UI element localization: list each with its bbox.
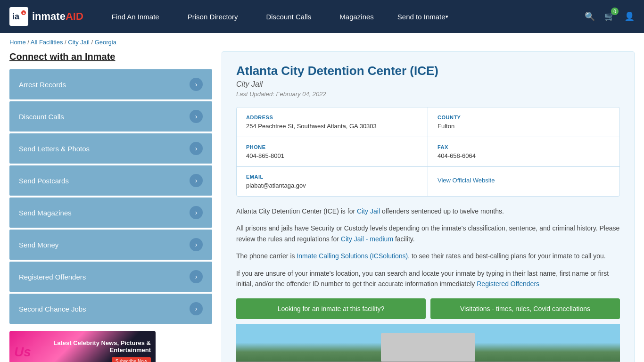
facility-updated: Last Updated: February 04, 2022 — [236, 90, 620, 98]
sidebar-item-label: Arrest Records — [19, 81, 66, 89]
breadcrumb-city-jail[interactable]: City Jail — [68, 39, 90, 46]
svg-text:✦: ✦ — [22, 11, 25, 16]
content-area: Atlanta City Detention Center (ICE) City… — [222, 51, 635, 362]
sidebar-item-label: Send Letters & Photos — [19, 145, 90, 153]
header-icons: 🔍 🛒 0 👤 — [585, 11, 635, 22]
sidebar-item-label: Discount Calls — [19, 113, 64, 121]
fax-cell: FAX 404-658-6064 — [428, 137, 619, 167]
facility-type: City Jail — [236, 80, 620, 89]
email-value: plabat@atlantaga.gov — [246, 182, 418, 189]
nav-send-to-inmate[interactable]: Send to Inmate — [388, 0, 458, 33]
nav-prison-directory[interactable]: Prison Directory — [173, 0, 252, 33]
address-label: ADDRESS — [246, 115, 418, 120]
sidebar-item-send-letters[interactable]: Send Letters & Photos › — [9, 133, 212, 164]
sidebar-arrow-icon: › — [190, 142, 203, 155]
sidebar-item-send-postcards[interactable]: Send Postcards › — [9, 165, 212, 196]
desc-paragraph-4: If you are unsure of your inmate's locat… — [236, 268, 620, 289]
logo-text: inmateAID — [32, 10, 83, 23]
sidebar-item-send-magazines[interactable]: Send Magazines › — [9, 197, 212, 228]
sidebar-item-discount-calls[interactable]: Discount Calls › — [9, 101, 212, 132]
icsolutions-link[interactable]: Inmate Calling Solutions (ICSolutions) — [297, 252, 408, 260]
registered-offenders-link[interactable]: Registered Offenders — [477, 280, 539, 288]
phone-label: PHONE — [246, 144, 418, 150]
phone-value: 404-865-8001 — [246, 152, 418, 159]
svg-text:ia: ia — [12, 12, 20, 21]
facility-card: Atlanta City Detention Center (ICE) City… — [222, 51, 635, 362]
sidebar-arrow-icon: › — [190, 78, 203, 91]
main-nav: Find An Inmate Prison Directory Discount… — [98, 0, 585, 33]
county-cell: COUNTY Fulton — [428, 107, 619, 137]
fax-value: 404-658-6064 — [438, 152, 610, 159]
county-value: Fulton — [438, 123, 610, 130]
desc-paragraph-3: The phone carrier is Inmate Calling Solu… — [236, 251, 620, 261]
desc-paragraph-1: Atlanta City Detention Center (ICE) is f… — [236, 206, 620, 216]
sidebar-arrow-icon: › — [190, 270, 203, 283]
sidebar-menu: Arrest Records › Discount Calls › Send L… — [9, 69, 212, 324]
ad-text: Latest Celebrity News, Pictures & Entert… — [14, 339, 151, 362]
breadcrumb-home[interactable]: Home — [9, 39, 26, 46]
sidebar-item-label: Registered Offenders — [19, 273, 86, 281]
facility-description: Atlanta City Detention Center (ICE) is f… — [236, 206, 620, 289]
address-value: 254 Peachtree St, Southwest Atlanta, GA … — [246, 123, 418, 130]
nav-discount-calls[interactable]: Discount Calls — [252, 0, 325, 33]
sidebar-item-arrest-records[interactable]: Arrest Records › — [9, 69, 212, 99]
ad-banner[interactable]: Us Latest Celebrity News, Pictures & Ent… — [9, 331, 156, 362]
email-cell: EMAIL plabat@atlantaga.gov — [237, 167, 428, 196]
sidebar-item-label: Second Chance Jobs — [19, 305, 86, 313]
header: ia ✦ inmateAID Find An Inmate Prison Dir… — [0, 0, 644, 33]
city-jail-medium-link[interactable]: City Jail - medium — [341, 235, 393, 243]
sidebar-item-registered-offenders[interactable]: Registered Offenders › — [9, 262, 212, 292]
search-icon[interactable]: 🔍 — [585, 11, 595, 22]
sidebar-item-send-money[interactable]: Send Money › — [9, 230, 212, 260]
nav-magazines[interactable]: Magazines — [325, 0, 388, 33]
breadcrumb: Home / All Facilities / City Jail / Geor… — [0, 33, 644, 51]
sidebar-arrow-icon: › — [190, 238, 203, 251]
phone-cell: PHONE 404-865-8001 — [237, 137, 428, 167]
fax-label: FAX — [438, 144, 610, 150]
sidebar-item-label: Send Postcards — [19, 177, 69, 185]
breadcrumb-all-facilities[interactable]: All Facilities — [31, 39, 63, 46]
sidebar-arrow-icon: › — [190, 110, 203, 123]
info-grid: ADDRESS 254 Peachtree St, Southwest Atla… — [236, 107, 620, 197]
cart-badge: 0 — [611, 8, 619, 15]
sidebar-arrow-icon: › — [190, 206, 203, 219]
find-inmate-button[interactable]: Looking for an inmate at this facility? — [236, 298, 426, 319]
cart-icon[interactable]: 🛒 0 — [604, 11, 615, 22]
user-icon[interactable]: 👤 — [624, 11, 635, 22]
nav-find-inmate[interactable]: Find An Inmate — [98, 0, 173, 33]
facility-name: Atlanta City Detention Center (ICE) — [236, 64, 620, 78]
city-jail-link-1[interactable]: City Jail — [357, 207, 380, 215]
sidebar: Connect with an Inmate Arrest Records › … — [9, 51, 212, 362]
county-label: COUNTY — [438, 115, 610, 120]
facility-image — [236, 324, 620, 362]
website-link[interactable]: View Official Website — [438, 177, 495, 184]
sidebar-item-second-chance-jobs[interactable]: Second Chance Jobs › — [9, 294, 212, 324]
email-label: EMAIL — [246, 174, 418, 180]
main-layout: Connect with an Inmate Arrest Records › … — [0, 51, 644, 362]
visitations-button[interactable]: Visitations - times, rules, Covid cancel… — [430, 298, 620, 319]
action-buttons: Looking for an inmate at this facility? … — [236, 298, 620, 319]
logo-icon: ia ✦ — [9, 7, 28, 26]
website-cell: View Official Website — [428, 167, 619, 196]
breadcrumb-georgia[interactable]: Georgia — [95, 39, 116, 46]
address-cell: ADDRESS 254 Peachtree St, Southwest Atla… — [237, 107, 428, 137]
ad-title: Latest Celebrity News, Pictures & Entert… — [14, 339, 151, 354]
sidebar-title: Connect with an Inmate — [9, 51, 212, 62]
sidebar-arrow-icon: › — [190, 174, 203, 187]
desc-paragraph-2: All prisons and jails have Security or C… — [236, 223, 620, 244]
sidebar-item-label: Send Magazines — [19, 209, 72, 217]
sidebar-item-label: Send Money — [19, 241, 58, 249]
sidebar-arrow-icon: › — [190, 302, 203, 315]
building-shape — [381, 333, 475, 362]
logo-area[interactable]: ia ✦ inmateAID — [9, 7, 83, 26]
ad-subscribe-button[interactable]: Subscribe Now — [112, 357, 151, 362]
